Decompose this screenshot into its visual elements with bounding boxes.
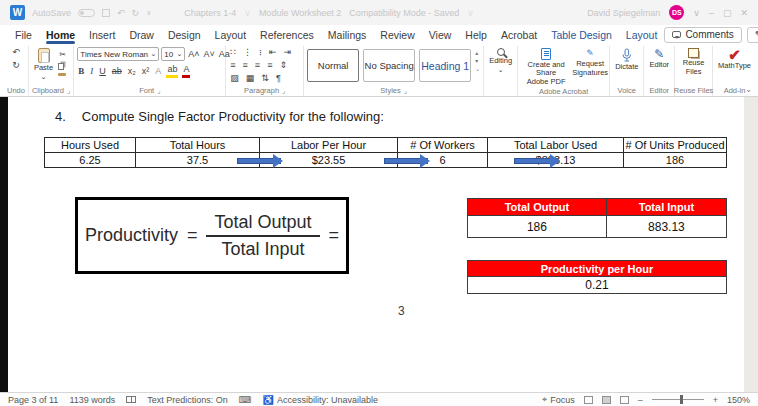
font-size-select[interactable]: 10⌄ [161, 47, 185, 61]
numbering-icon[interactable]: ⋮ [242, 47, 253, 58]
scrollbar-gutter[interactable] [744, 97, 758, 392]
tab-design[interactable]: Design [161, 27, 208, 43]
tab-home[interactable]: Home [39, 27, 82, 43]
redo-button[interactable]: ↻ [11, 60, 21, 71]
strikethrough-icon[interactable]: ab [111, 66, 123, 77]
tab-references[interactable]: References [253, 27, 321, 43]
subscript-icon[interactable]: x₂ [127, 66, 137, 77]
dialog-launcher-icon[interactable]: ⌟ [67, 87, 70, 95]
styles-scroll-down-icon[interactable]: ▾ [475, 57, 480, 64]
editing-mode-button[interactable]: ✎Editing⌄ [747, 27, 758, 43]
focus-button[interactable]: ⌖ Focus [542, 394, 575, 405]
text-predictions[interactable]: Text Predictions: On [147, 395, 228, 405]
output-input-table: Total Output Total Input 186 883.13 [467, 198, 727, 238]
tab-table-layout[interactable]: Layout [619, 27, 665, 43]
shrink-font-icon[interactable]: A˅ [203, 49, 216, 60]
word-logo-icon[interactable]: W [10, 5, 25, 20]
cut-icon[interactable]: ✂ [58, 49, 67, 60]
ribbon-group-voice: Dictate Voice [610, 46, 644, 96]
dialog-launcher-icon[interactable]: ⌟ [157, 87, 160, 95]
create-share-pdf-button[interactable]: Create and Share Adobe PDF [521, 47, 571, 87]
ribbon-options-icon[interactable]: ∨ [693, 8, 700, 18]
minimize-button[interactable]: – [709, 8, 714, 18]
zoom-slider[interactable] [652, 399, 704, 400]
format-painter-icon[interactable] [58, 73, 66, 76]
bold-icon[interactable]: B [77, 66, 85, 77]
comments-button[interactable]: Comments [664, 27, 741, 43]
tab-review[interactable]: Review [373, 27, 421, 43]
align-center-icon[interactable]: ≡ [242, 60, 249, 71]
dialog-launcher-icon[interactable]: ⌟ [282, 87, 285, 95]
tab-view[interactable]: View [422, 27, 459, 43]
undo-button[interactable]: ↶ [11, 47, 21, 58]
tab-insert[interactable]: Insert [82, 27, 122, 43]
shading-icon[interactable]: ▨ [229, 73, 240, 84]
line-spacing-icon[interactable]: ⇕ [278, 60, 288, 71]
question-heading: 4. Compute Single Factor Productivity fo… [55, 109, 384, 124]
font-color-icon[interactable]: A [182, 64, 190, 78]
dictate-button[interactable]: Dictate [613, 47, 640, 72]
zoom-level[interactable]: 150% [727, 395, 750, 405]
avatar[interactable]: DS [669, 5, 684, 20]
tab-layout[interactable]: Layout [208, 27, 254, 43]
zoom-out-icon[interactable]: – [638, 395, 643, 405]
align-right-icon[interactable]: ≡ [254, 60, 261, 71]
copy-icon[interactable] [58, 63, 64, 70]
maximize-button[interactable]: ▢ [723, 8, 732, 18]
adobe-pdf-icon [541, 48, 551, 60]
save-icon[interactable] [102, 9, 110, 17]
zoom-in-icon[interactable]: + [713, 395, 718, 405]
tab-help[interactable]: Help [458, 27, 494, 43]
redo-icon[interactable]: ↻ [132, 8, 140, 18]
decrease-indent-icon[interactable]: ⇤ [268, 47, 278, 58]
accessibility-status[interactable]: ♿ Accessibility: Unavailable [263, 395, 378, 405]
style-normal[interactable]: Normal [307, 49, 359, 82]
pilcrow-icon[interactable]: ¶ [275, 73, 282, 84]
editor-button[interactable]: ✎ Editor [647, 47, 671, 70]
text-effects-icon[interactable]: A [154, 66, 162, 77]
style-no-spacing[interactable]: No Spacing [363, 49, 415, 82]
underline-icon[interactable]: U [98, 66, 107, 77]
multilevel-list-icon[interactable]: ⁝ [258, 47, 263, 58]
increase-indent-icon[interactable]: ⇥ [282, 47, 292, 58]
undo-icon[interactable]: ↶ [117, 8, 125, 18]
collapse-ribbon-icon[interactable]: ⌄ [745, 85, 752, 94]
style-heading1[interactable]: Heading 1 [419, 49, 471, 82]
tab-table-design[interactable]: Table Design [544, 27, 619, 43]
web-layout-button[interactable] [620, 396, 629, 404]
reuse-files-button[interactable]: Reuse Files [681, 47, 707, 77]
page-info[interactable]: Page 3 of 11 [8, 395, 58, 405]
styles-scroll-up-icon[interactable]: ▴ [475, 49, 480, 56]
proofing-book-icon[interactable] [126, 396, 136, 403]
borders-icon[interactable]: ▦ [245, 73, 256, 84]
result-value: 0.21 [468, 277, 727, 294]
font-name-select[interactable]: Times New Roman⌄ [77, 47, 159, 61]
reuse-files-icon [688, 48, 699, 58]
grow-font-icon[interactable]: A˄ [187, 49, 200, 60]
highlight-color-icon[interactable]: ab [166, 64, 178, 78]
mathtype-button[interactable]: ✔ MathType [716, 47, 753, 71]
ribbon-group-editor: ✎ Editor Editor [644, 46, 675, 96]
qat-customize-icon[interactable]: ∨ [146, 9, 151, 17]
sort-icon[interactable]: ⇅ [260, 73, 270, 84]
print-layout-button[interactable] [602, 396, 611, 404]
justify-icon[interactable]: ≡ [266, 60, 273, 71]
bullets-icon[interactable]: ∷ [229, 47, 237, 58]
italic-icon[interactable]: I [89, 66, 94, 77]
close-button[interactable]: ✕ [740, 8, 748, 18]
request-signatures-button[interactable]: ✎ Request Signatures [574, 47, 606, 78]
paste-button[interactable]: Paste ⌄ [32, 47, 55, 82]
superscript-icon[interactable]: x² [141, 66, 151, 77]
tab-file[interactable]: File [8, 27, 39, 43]
tab-acrobat[interactable]: Acrobat [494, 27, 544, 43]
editing-dropdown-button[interactable]: Editing ⌄ [487, 47, 514, 75]
predictions-keyboard-icon[interactable]: ⌨ [239, 395, 252, 405]
tab-draw[interactable]: Draw [122, 27, 161, 43]
autosave-toggle[interactable] [78, 9, 95, 17]
tab-mailings[interactable]: Mailings [321, 27, 374, 43]
word-count[interactable]: 1139 words [69, 395, 115, 405]
align-left-icon[interactable]: ≡ [229, 60, 236, 71]
dialog-launcher-icon[interactable]: ⌟ [404, 87, 407, 95]
styles-more-icon[interactable]: ⌄ [475, 65, 480, 72]
read-mode-button[interactable] [584, 396, 593, 404]
